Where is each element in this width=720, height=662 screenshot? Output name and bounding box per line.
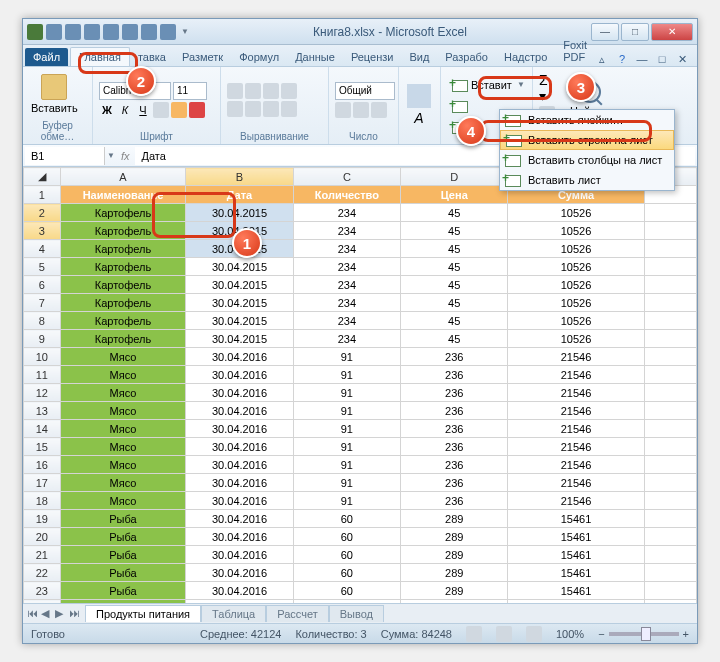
cell[interactable]: 30.04.2016 bbox=[186, 546, 293, 564]
cell[interactable] bbox=[644, 348, 696, 366]
cell[interactable]: 21546 bbox=[508, 366, 644, 384]
tab-foxit[interactable]: Foxit PDF bbox=[555, 36, 595, 66]
fill-icon[interactable] bbox=[171, 102, 187, 118]
cell[interactable]: 234 bbox=[293, 330, 400, 348]
align-right-icon[interactable] bbox=[263, 101, 279, 117]
tab-developer[interactable]: Разрабо bbox=[437, 48, 496, 66]
cell[interactable]: 15461 bbox=[508, 600, 644, 604]
cell[interactable]: 45 bbox=[401, 204, 508, 222]
tab-data[interactable]: Данные bbox=[287, 48, 343, 66]
cell[interactable]: 45 bbox=[401, 258, 508, 276]
cell[interactable]: 30.04.2016 bbox=[186, 366, 293, 384]
qat-icon[interactable] bbox=[103, 24, 119, 40]
cell[interactable] bbox=[644, 222, 696, 240]
cell[interactable]: 30.04.2015 bbox=[186, 294, 293, 312]
cell[interactable]: 45 bbox=[401, 222, 508, 240]
cell[interactable]: Рыба bbox=[60, 528, 186, 546]
row-header[interactable]: 5 bbox=[24, 258, 61, 276]
cell[interactable]: 91 bbox=[293, 420, 400, 438]
cell[interactable]: 30.04.2016 bbox=[186, 528, 293, 546]
sheet-tab-active[interactable]: Продукты питания bbox=[85, 605, 201, 622]
cell[interactable]: 91 bbox=[293, 402, 400, 420]
cell[interactable]: 234 bbox=[293, 240, 400, 258]
row-header[interactable]: 8 bbox=[24, 312, 61, 330]
cell[interactable]: Картофель bbox=[60, 312, 186, 330]
sheet-nav[interactable]: ⏮◀▶⏭ bbox=[23, 607, 85, 620]
cell[interactable]: 45 bbox=[401, 294, 508, 312]
row-header[interactable]: 17 bbox=[24, 474, 61, 492]
cell[interactable]: 30.04.2016 bbox=[186, 564, 293, 582]
align-center-icon[interactable] bbox=[245, 101, 261, 117]
cell[interactable] bbox=[644, 492, 696, 510]
view-normal-icon[interactable] bbox=[466, 626, 482, 642]
row-header[interactable]: 24 bbox=[24, 600, 61, 604]
sheet-tab[interactable]: Рассчет bbox=[266, 605, 329, 622]
wrap-icon[interactable] bbox=[281, 83, 297, 99]
menu-insert-cells[interactable]: Вставить ячейки… bbox=[500, 110, 674, 130]
cell[interactable]: 21546 bbox=[508, 492, 644, 510]
cell[interactable]: 289 bbox=[401, 546, 508, 564]
cell[interactable]: Мясо bbox=[60, 384, 186, 402]
cell[interactable] bbox=[644, 258, 696, 276]
cell[interactable]: Рыба bbox=[60, 510, 186, 528]
cell[interactable]: Рыба bbox=[60, 564, 186, 582]
cell[interactable]: 236 bbox=[401, 402, 508, 420]
cell[interactable]: 10526 bbox=[508, 294, 644, 312]
qat-icon[interactable] bbox=[160, 24, 176, 40]
currency-icon[interactable] bbox=[335, 102, 351, 118]
table-header-cell[interactable]: Количество bbox=[293, 186, 400, 204]
select-all-corner[interactable]: ◢ bbox=[24, 168, 61, 186]
align-mid-icon[interactable] bbox=[245, 83, 261, 99]
cell[interactable]: Картофель bbox=[60, 294, 186, 312]
cell[interactable]: 236 bbox=[401, 384, 508, 402]
row-header[interactable]: 11 bbox=[24, 366, 61, 384]
cell[interactable]: 21546 bbox=[508, 438, 644, 456]
row-header[interactable]: 23 bbox=[24, 582, 61, 600]
cell[interactable]: Мясо bbox=[60, 492, 186, 510]
cell[interactable]: 30.04.2015 bbox=[186, 276, 293, 294]
cell[interactable]: 30.04.2016 bbox=[186, 600, 293, 604]
comma-icon[interactable] bbox=[371, 102, 387, 118]
cell[interactable]: 91 bbox=[293, 438, 400, 456]
row-header[interactable]: 15 bbox=[24, 438, 61, 456]
font-color-icon[interactable] bbox=[189, 102, 205, 118]
tab-review[interactable]: Рецензи bbox=[343, 48, 402, 66]
cell[interactable]: Картофель bbox=[60, 330, 186, 348]
align-left-icon[interactable] bbox=[227, 101, 243, 117]
cell[interactable]: 15461 bbox=[508, 510, 644, 528]
qat-icon[interactable] bbox=[141, 24, 157, 40]
view-break-icon[interactable] bbox=[526, 626, 542, 642]
cell[interactable]: 234 bbox=[293, 294, 400, 312]
tab-home[interactable]: Главная bbox=[70, 47, 130, 66]
cell[interactable]: 10526 bbox=[508, 240, 644, 258]
cell[interactable]: 30.04.2016 bbox=[186, 402, 293, 420]
close-button[interactable]: ✕ bbox=[651, 23, 693, 41]
cell[interactable]: 91 bbox=[293, 384, 400, 402]
cell[interactable] bbox=[644, 420, 696, 438]
insert-cells-button[interactable]: Вставит▼ bbox=[447, 75, 530, 95]
tab-layout[interactable]: Разметк bbox=[174, 48, 231, 66]
cell[interactable]: 30.04.2016 bbox=[186, 420, 293, 438]
cell[interactable]: 236 bbox=[401, 492, 508, 510]
cell[interactable] bbox=[644, 546, 696, 564]
cell[interactable]: 289 bbox=[401, 510, 508, 528]
cell[interactable] bbox=[644, 402, 696, 420]
cell[interactable]: 60 bbox=[293, 582, 400, 600]
cell[interactable]: Рыба bbox=[60, 600, 186, 604]
autosum-icon[interactable]: Σ ▾ bbox=[539, 72, 558, 104]
underline-button[interactable]: Ч bbox=[135, 104, 151, 116]
cell[interactable]: 21546 bbox=[508, 474, 644, 492]
row-header[interactable]: 16 bbox=[24, 456, 61, 474]
cell[interactable]: Мясо bbox=[60, 366, 186, 384]
qat-more-icon[interactable]: ▼ bbox=[181, 27, 189, 36]
cell[interactable] bbox=[644, 312, 696, 330]
cell[interactable]: Мясо bbox=[60, 420, 186, 438]
cell[interactable]: 10526 bbox=[508, 312, 644, 330]
name-box[interactable]: B1 bbox=[25, 147, 105, 165]
col-header[interactable]: B bbox=[186, 168, 293, 186]
cell[interactable]: 60 bbox=[293, 564, 400, 582]
sheet-tab[interactable]: Вывод bbox=[329, 605, 384, 622]
cell[interactable]: 10526 bbox=[508, 258, 644, 276]
table-header-cell[interactable]: Наименование bbox=[60, 186, 186, 204]
undo-icon[interactable] bbox=[65, 24, 81, 40]
